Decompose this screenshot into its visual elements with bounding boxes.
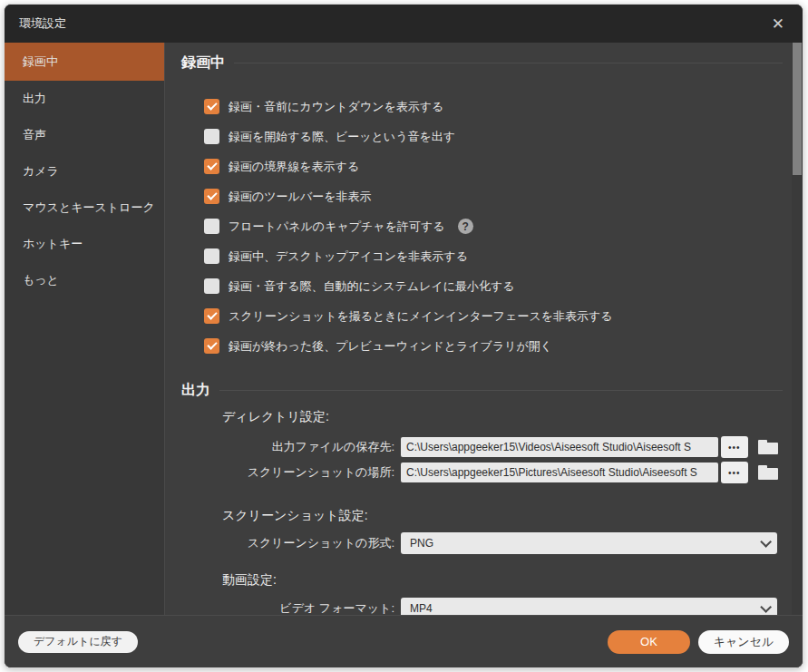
checkbox-label: スクリーンショットを撮るときにメインインターフェースを非表示する [229,308,613,325]
folder-body [758,468,778,480]
sidebar: 録画中 出力 音声 カメラ マウスとキーストローク ホットキー もっと [5,43,165,615]
video-format-value: MP4 [410,602,433,615]
chevron-down-icon [760,601,772,613]
checkbox[interactable] [204,99,219,114]
checkbox-label: 録画のツールバーを非表示 [229,189,372,205]
output-path-label: 出力ファイルの保存先: [166,439,394,455]
checkbox[interactable] [204,159,219,174]
checkbox[interactable] [204,278,219,294]
close-icon[interactable]: ✕ [768,15,788,34]
screenshot-settings-label: スクリーンショット設定: [222,508,368,524]
checkbox[interactable] [204,248,219,264]
recording-section-header: 録画中 [181,54,783,73]
checkbox-row-hide-desktop-icons[interactable]: 録画中、デスクトップアイコンを非表示する [181,241,783,271]
scrollbar-thumb[interactable] [793,43,802,175]
preferences-dialog: 環境設定 ✕ 録画中 出力 音声 カメラ マウスとキーストローク ホットキー も… [4,4,803,668]
sidebar-item-label: 出力 [23,91,46,107]
checkbox-label: 録画・音する際、自動的にシステムレイに最小化する [229,278,515,295]
footer-actions: OK キャンセル [608,630,789,654]
chevron-down-icon [760,536,772,548]
checkbox-row-boundary[interactable]: 録画の境界線を表示する [181,151,783,181]
output-section-header: 出力 [181,381,783,400]
checkbox-row-countdown[interactable]: 録画・音前にカウントダウンを表示する [181,92,783,122]
sidebar-item-hotkey[interactable]: ホットキー [5,226,164,262]
settings-scroll-area: 録画中 録画・音前にカウントダウンを表示する 録画を開始する際、ビーッという音を… [166,43,792,618]
checkbox-label: フロートパネルのキャプチャを許可する [229,219,445,235]
vertical-scrollbar[interactable] [792,43,803,618]
title-bar: 環境設定 ✕ [5,5,803,43]
ok-button[interactable]: OK [608,630,690,654]
checkbox[interactable] [204,129,219,144]
checkbox-row-float-panel[interactable]: フロートパネルのキャプチャを許可する ? [181,211,783,241]
footer-bar: デフォルトに戻す OK キャンセル [5,615,803,667]
browse-button[interactable]: ••• [721,462,747,483]
cancel-button[interactable]: キャンセル [698,630,789,654]
sidebar-item-audio[interactable]: 音声 [5,117,164,153]
checkbox-label: 録画中、デスクトップアイコンを非表示する [229,248,468,265]
sidebar-item-label: もっと [23,272,59,288]
sidebar-item-mouse-keystroke[interactable]: マウスとキーストローク [5,190,164,226]
screenshot-format-value: PNG [410,537,433,550]
section-title-recording: 録画中 [181,54,225,73]
sidebar-item-label: 録画中 [23,54,58,70]
sidebar-item-recording[interactable]: 録画中 [5,43,164,81]
checkbox-row-open-preview[interactable]: 録画が終わった後、プレビューウィンドとライブラリが開く [181,331,783,361]
dialog-title: 環境設定 [19,15,66,32]
browse-button[interactable]: ••• [721,436,747,458]
sidebar-item-more[interactable]: もっと [5,262,164,298]
checkbox-row-hide-ui-screenshot[interactable]: スクリーンショットを撮るときにメインインターフェースを非表示する [181,301,783,331]
checkbox-row-hide-toolbar[interactable]: 録画のツールバーを非表示 [181,181,783,211]
output-path-input[interactable]: C:\Users\appgeeker15\Videos\Aiseesoft St… [401,437,718,457]
section-title-output: 出力 [181,381,210,400]
directory-settings-label: ディレクトリ設定: [222,409,329,425]
screenshot-format-label: スクリーンショットの形式: [166,535,394,551]
folder-body [758,443,778,454]
checkbox-label: 録画の境界線を表示する [229,159,359,175]
sidebar-item-label: 音声 [23,127,46,143]
help-icon[interactable]: ? [458,219,473,234]
checkbox-label: 録画を開始する際、ビーッという音を出す [229,129,455,145]
sidebar-item-label: ホットキー [23,236,83,252]
checkbox-label: 録画が終わった後、プレビューウィンドとライブラリが開く [229,338,552,355]
restore-defaults-button[interactable]: デフォルトに戻す [18,631,138,653]
sidebar-item-camera[interactable]: カメラ [5,153,164,190]
section-divider [219,390,783,391]
checkbox[interactable] [204,219,219,234]
video-settings-label: 動画設定: [222,572,277,589]
section-divider [234,63,783,63]
open-folder-icon[interactable] [758,440,778,454]
output-path-row: 出力ファイルの保存先: C:\Users\appgeeker15\Videos\… [166,436,777,458]
screenshot-format-row: スクリーンショットの形式: PNG [166,532,777,554]
sidebar-item-output[interactable]: 出力 [5,81,164,117]
checkbox-row-beep-sound[interactable]: 録画を開始する際、ビーッという音を出す [181,122,783,151]
sidebar-item-label: マウスとキーストローク [23,200,155,216]
checkbox[interactable] [204,189,219,204]
screenshot-format-select[interactable]: PNG [401,532,777,554]
screenshot-path-label: スクリーンショットの場所: [166,464,394,481]
screenshot-path-row: スクリーンショットの場所: C:\Users\appgeeker15\Pictu… [166,462,777,483]
checkbox-row-minimize-systray[interactable]: 録画・音する際、自動的にシステムレイに最小化する [181,271,783,301]
checkbox-label: 録画・音前にカウントダウンを表示する [229,99,443,115]
checkbox[interactable] [204,308,219,324]
checkbox[interactable] [204,338,219,354]
sidebar-item-label: カメラ [23,163,59,180]
open-folder-icon[interactable] [758,465,778,480]
screenshot-path-input[interactable]: C:\Users\appgeeker15\Pictures\Aiseesoft … [401,463,718,482]
recording-checkbox-list: 録画・音前にカウントダウンを表示する 録画を開始する際、ビーッという音を出す 録… [181,92,783,361]
